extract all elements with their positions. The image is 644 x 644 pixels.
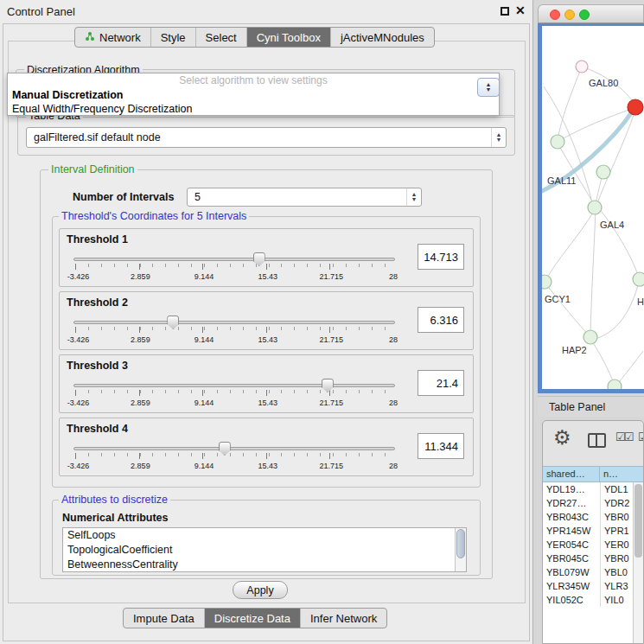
network-window-frame: GAL80 GAL11 GAL4 GCY1 HAP2 H bbox=[538, 23, 644, 393]
table-row[interactable]: YER054CYER0 bbox=[543, 538, 633, 552]
table-cell[interactable]: YBL079W bbox=[543, 565, 600, 579]
selected-network-node[interactable] bbox=[628, 99, 643, 115]
table-row[interactable]: YBR045CYBR0 bbox=[543, 552, 633, 565]
scale-label: 2.859 bbox=[131, 399, 150, 407]
table-cell[interactable]: YLR3 bbox=[600, 579, 633, 593]
number-of-intervals-combo[interactable]: 5 ▲ ▼ bbox=[187, 188, 422, 207]
column-header[interactable]: shared… bbox=[543, 467, 600, 481]
threshold-slider[interactable]: -3.426 2.859 9.144 15.43 21.715 28 bbox=[73, 315, 395, 349]
gear-icon[interactable]: ⚙ bbox=[553, 426, 571, 450]
control-panel-window: Control Panel ✕ Network Style Select Cyn… bbox=[0, 0, 533, 644]
table-cell[interactable]: YDL19… bbox=[543, 482, 600, 496]
tab-style[interactable]: Style bbox=[151, 28, 196, 47]
minimize-traffic-light[interactable] bbox=[564, 10, 575, 20]
table-row[interactable]: YDL19…YDL1 bbox=[543, 482, 633, 496]
dropdown-option-manual-discretization[interactable]: Manual Discretization bbox=[8, 88, 499, 102]
table-cell[interactable]: YDL1 bbox=[600, 482, 633, 496]
slider-track[interactable] bbox=[73, 447, 395, 450]
combo-stepper[interactable]: ▲ ▼ bbox=[406, 188, 421, 206]
tab-select[interactable]: Select bbox=[196, 28, 247, 47]
table-cell[interactable]: YPR145W bbox=[543, 524, 600, 538]
network-window-titlebar[interactable] bbox=[538, 4, 644, 23]
float-window-icon[interactable] bbox=[501, 7, 509, 16]
table-cell[interactable]: YBR045C bbox=[543, 552, 600, 565]
list-scrollbar[interactable] bbox=[455, 528, 466, 571]
tab-impute-data[interactable]: Impute Data bbox=[124, 609, 205, 628]
threshold-value-field[interactable]: 14.713 bbox=[418, 244, 464, 270]
tab-style-label: Style bbox=[161, 31, 186, 44]
table-panel-bar: Table Panel bbox=[538, 396, 644, 417]
threshold-value-field[interactable]: 21.4 bbox=[418, 370, 464, 396]
table-cell[interactable]: YDR27… bbox=[543, 496, 600, 510]
scale-label: 9.144 bbox=[194, 399, 214, 407]
network-node[interactable] bbox=[583, 330, 597, 344]
threshold-value-field[interactable]: 6.316 bbox=[418, 307, 464, 333]
numerical-attributes-list[interactable]: SelfLoops TopologicalCoefficient Between… bbox=[62, 527, 467, 572]
table-cell[interactable]: YIL052C bbox=[543, 593, 600, 607]
table-row[interactable]: YBL079WYBL0 bbox=[543, 565, 633, 579]
network-node[interactable] bbox=[588, 201, 602, 214]
table-row[interactable]: YBR043CYBR0 bbox=[543, 510, 633, 524]
algorithm-dropdown-popup: Select algorithm to view settings Manual… bbox=[7, 73, 500, 116]
table-cell[interactable]: YBL0 bbox=[600, 565, 633, 579]
network-node[interactable] bbox=[596, 165, 610, 179]
threshold-slider[interactable]: -3.426 2.859 9.144 15.43 21.715 28 bbox=[73, 378, 395, 412]
threshold-slider[interactable]: -3.426 2.859 9.144 15.43 21.715 28 bbox=[73, 441, 395, 475]
table-panel-title: Table Panel bbox=[538, 401, 605, 413]
network-node[interactable] bbox=[551, 135, 564, 149]
slider-track[interactable] bbox=[73, 258, 395, 261]
dropdown-placeholder-option[interactable]: Select algorithm to view settings bbox=[8, 73, 499, 88]
scale-label: 15.43 bbox=[258, 335, 277, 344]
table-cell[interactable]: YER0 bbox=[600, 538, 633, 552]
table-cell[interactable]: YBR043C bbox=[543, 510, 600, 524]
close-traffic-light[interactable] bbox=[550, 10, 560, 20]
tab-discretize-data[interactable]: Discretize Data bbox=[205, 609, 301, 628]
table-scrollbar[interactable] bbox=[633, 482, 643, 643]
list-item[interactable]: BetweennessCentrality bbox=[63, 558, 466, 572]
scale-label: 15.43 bbox=[258, 462, 277, 470]
list-item[interactable]: TopologicalCoefficient bbox=[63, 543, 466, 558]
combo-stepper[interactable]: ▲ ▼ bbox=[491, 128, 506, 147]
network-canvas[interactable]: GAL80 GAL11 GAL4 GCY1 HAP2 H bbox=[542, 26, 644, 389]
table-cell[interactable]: YER054C bbox=[543, 538, 600, 552]
network-node[interactable] bbox=[633, 272, 644, 286]
scrollbar-thumb[interactable] bbox=[634, 484, 642, 558]
table-cell[interactable]: YLR345W bbox=[543, 579, 600, 593]
scrollbar-thumb[interactable] bbox=[456, 529, 465, 558]
tab-network-label: Network bbox=[99, 31, 141, 44]
table-header-row: shared… n… bbox=[543, 466, 643, 482]
slider-track[interactable] bbox=[73, 321, 395, 324]
tab-jactivemnodules[interactable]: jActiveMNodules bbox=[331, 28, 434, 47]
slider-track[interactable] bbox=[73, 384, 395, 387]
close-icon[interactable]: ✕ bbox=[515, 3, 526, 17]
table-row[interactable]: YLR345WYLR3 bbox=[543, 579, 633, 593]
column-header[interactable]: n… bbox=[600, 467, 643, 481]
threshold-slider[interactable]: -3.426 2.859 9.144 15.43 21.715 28 bbox=[73, 252, 395, 286]
list-item[interactable]: SelfLoops bbox=[63, 528, 466, 543]
table-row[interactable]: YDR27…YDR2 bbox=[543, 496, 633, 510]
tab-network[interactable]: Network bbox=[75, 28, 151, 47]
table-cell[interactable]: YIL0 bbox=[600, 593, 633, 607]
columns-icon[interactable] bbox=[588, 433, 606, 448]
select-all-columns-icon[interactable]: ☑☑ bbox=[615, 430, 632, 443]
network-node[interactable] bbox=[576, 61, 588, 73]
apply-button[interactable]: Apply bbox=[233, 581, 288, 599]
table-cell[interactable]: YBR0 bbox=[600, 552, 633, 565]
table-cell[interactable]: YDR2 bbox=[600, 496, 633, 510]
tab-cyni-toolbox[interactable]: Cyni Toolbox bbox=[247, 28, 331, 47]
table-data-combo[interactable]: galFiltered.sif default node ▲ ▼ bbox=[26, 127, 507, 148]
tab-infer-network[interactable]: Infer Network bbox=[301, 609, 386, 628]
threshold-value-field[interactable]: 11.344 bbox=[418, 433, 464, 459]
table-cell[interactable]: YPR1 bbox=[600, 524, 633, 538]
zoom-traffic-light[interactable] bbox=[579, 10, 590, 20]
table-row[interactable]: YIL052CYIL0 bbox=[543, 593, 633, 607]
table-row[interactable]: YPR145WYPR1 bbox=[543, 524, 633, 538]
dropdown-option-equal-width[interactable]: Equal Width/Frequency Discretization bbox=[8, 102, 499, 116]
scale-label: 28 bbox=[389, 399, 398, 407]
network-node[interactable] bbox=[608, 379, 622, 389]
algorithm-combo-stepper[interactable]: ▲ ▼ bbox=[477, 78, 500, 97]
table-cell[interactable]: YBR0 bbox=[600, 510, 633, 524]
interval-definition-group-title: Interval Definition bbox=[48, 163, 137, 175]
select-column-icon[interactable]: ☑ bbox=[638, 430, 644, 443]
network-node[interactable] bbox=[542, 275, 552, 289]
